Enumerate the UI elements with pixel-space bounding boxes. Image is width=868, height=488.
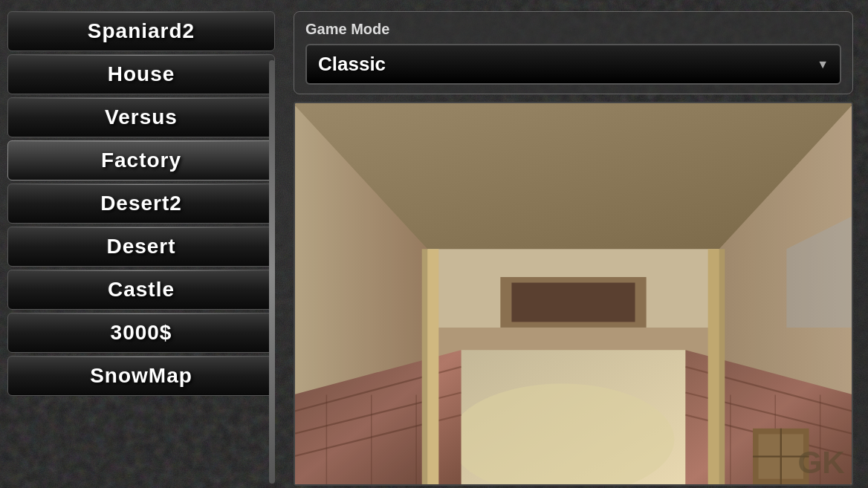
map-item-label: House	[108, 62, 175, 85]
map-item-versus[interactable]: Versus	[7, 97, 275, 137]
map-item-label: Castle	[108, 278, 175, 301]
map-item-snowmap[interactable]: SnowMap	[7, 356, 275, 396]
map-item-factory[interactable]: Factory	[7, 140, 275, 180]
game-mode-dropdown[interactable]: Classic ▼	[305, 44, 841, 85]
map-item-house[interactable]: House	[7, 54, 275, 94]
map-item-spaniard2[interactable]: Spaniard2	[7, 11, 275, 51]
svg-rect-25	[511, 283, 635, 322]
map-item-desert[interactable]: Desert	[7, 227, 275, 267]
map-item-label: Desert2	[100, 192, 182, 215]
map-item-label: Desert	[106, 235, 175, 258]
map-preview-image: GK	[294, 102, 853, 486]
map-item-label: Spaniard2	[88, 19, 195, 42]
map-item-label: SnowMap	[90, 364, 192, 387]
game-mode-section: Game Mode Classic ▼	[294, 11, 853, 94]
map-item-castle[interactable]: Castle	[7, 270, 275, 310]
map-item-label: 3000$	[111, 321, 172, 344]
game-mode-value: Classic	[318, 53, 386, 76]
map-item-label: Versus	[105, 105, 178, 128]
map-item-desert2[interactable]: Desert2	[7, 183, 275, 224]
svg-text:GK: GK	[797, 445, 845, 480]
map-item-3000dollars[interactable]: 3000$	[7, 313, 275, 353]
map-item-label: Factory	[101, 149, 181, 172]
map-list: Spaniard2HouseVersusFactoryDesert2Desert…	[7, 7, 275, 488]
game-mode-label: Game Mode	[305, 21, 841, 38]
chevron-down-icon: ▼	[817, 58, 829, 71]
right-panel: Game Mode Classic ▼	[286, 7, 861, 488]
